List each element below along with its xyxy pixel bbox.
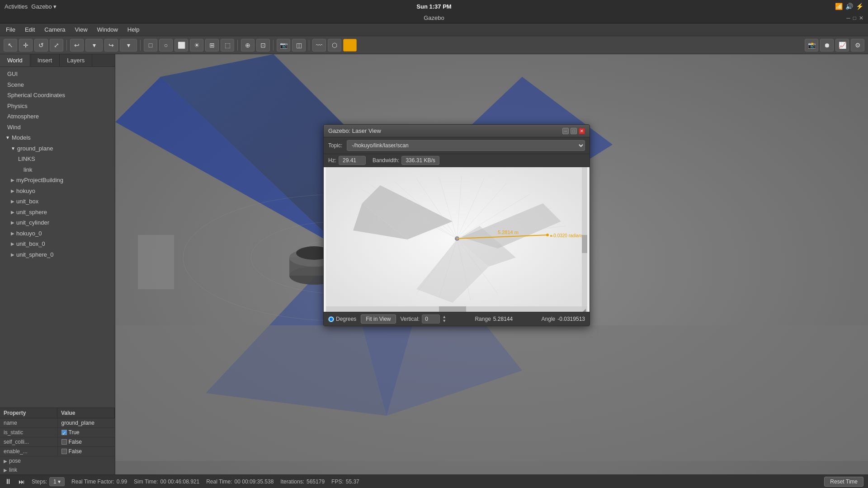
real-time-field: Real Time: 00 00:09:35.538 xyxy=(206,479,274,485)
tree-atmosphere[interactable]: Atmosphere xyxy=(0,111,115,122)
vertical-input[interactable] xyxy=(422,314,440,324)
step-btn[interactable]: ⏭ xyxy=(19,478,25,485)
laser-dialog-restore[interactable]: □ xyxy=(571,128,577,134)
select-box-btn[interactable]: ⬚ xyxy=(221,39,234,52)
sep3 xyxy=(237,40,238,51)
fit-in-view-btn[interactable]: Fit in View xyxy=(361,314,396,324)
vertical-down[interactable]: ▼ xyxy=(442,319,446,323)
pause-btn[interactable]: ⏸ xyxy=(5,478,12,486)
undo-btn[interactable]: ↩ xyxy=(70,39,84,52)
menu-camera[interactable]: Camera xyxy=(41,25,69,34)
fps-label: FPS: xyxy=(331,479,344,485)
align-btn[interactable]: ⊡ xyxy=(256,39,270,52)
orange-btn[interactable] xyxy=(343,39,357,52)
redo-dropdown[interactable]: ▾ xyxy=(120,39,137,52)
prop-val-selfcoll[interactable]: False xyxy=(58,437,115,446)
tree-models[interactable]: ▼Models xyxy=(0,132,115,143)
tree-physics[interactable]: Physics xyxy=(0,101,115,112)
graph-btn[interactable]: 📈 xyxy=(835,39,849,52)
angle-field: Angle -0.0319513 xyxy=(542,316,585,322)
menu-view[interactable]: View xyxy=(71,25,91,34)
tree-links[interactable]: LINKS xyxy=(0,154,115,164)
mesh-btn[interactable]: ⊞ xyxy=(205,39,219,52)
topic-dropdown[interactable]: -/hokuyo/link/laser/scan xyxy=(347,140,585,151)
screenshot-btn[interactable]: 📸 xyxy=(805,39,818,52)
degrees-radio-input[interactable] xyxy=(328,316,334,322)
cylinder-btn[interactable]: ⬜ xyxy=(175,39,188,52)
hok-arrow: ▶ xyxy=(11,188,14,194)
prop-val-enable[interactable]: False xyxy=(58,447,115,456)
tree-wind[interactable]: Wind xyxy=(0,122,115,133)
cloud-btn[interactable]: ⬡ xyxy=(328,39,341,52)
redo-btn[interactable]: ↪ xyxy=(104,39,118,52)
maximize-btn[interactable]: □ xyxy=(853,15,856,21)
undo-dropdown[interactable]: ▾ xyxy=(85,39,103,52)
close-btn[interactable]: ✕ xyxy=(859,15,863,21)
menu-edit[interactable]: Edit xyxy=(21,25,38,34)
tree-spherical[interactable]: Spherical Coordinates xyxy=(0,90,115,101)
is-static-label: True xyxy=(69,429,80,436)
tab-insert[interactable]: Insert xyxy=(30,54,60,66)
record-btn[interactable]: ⏺ xyxy=(820,39,834,52)
rtf-field: Real Time Factor: 0.99 xyxy=(71,479,127,485)
app-menu[interactable]: Gazebo ▾ xyxy=(31,3,57,10)
enable-checkbox[interactable] xyxy=(61,449,67,454)
topic-label: Topic: xyxy=(328,142,342,149)
clock: Sun 1:37 PM xyxy=(416,3,451,10)
self-coll-checkbox[interactable] xyxy=(61,439,67,445)
prop-val-name[interactable]: ground_plane xyxy=(58,418,115,427)
rtf-value: 0.99 xyxy=(117,479,127,485)
tree-ground-plane[interactable]: ▼ground_plane xyxy=(0,143,115,154)
rotate-tool[interactable]: ↺ xyxy=(34,39,48,52)
uc-arrow: ▶ xyxy=(11,219,14,226)
tree-link[interactable]: link xyxy=(0,164,115,175)
laser-dialog-minimize[interactable]: ─ xyxy=(562,128,569,134)
tree-gui[interactable]: GUI xyxy=(0,69,115,80)
sep2 xyxy=(140,40,141,51)
camera-btn[interactable]: 📷 xyxy=(277,39,290,52)
power-icon: ⚡ xyxy=(856,3,863,10)
tree-hokuyo-0[interactable]: ▶hokuyo_0 xyxy=(0,228,115,239)
menu-help[interactable]: Help xyxy=(124,25,143,34)
tree-scene[interactable]: Scene xyxy=(0,80,115,90)
ortho-btn[interactable]: ◫ xyxy=(292,39,306,52)
tree-unit-sphere-0[interactable]: ▶unit_sphere_0 xyxy=(0,249,115,260)
tree-unit-box[interactable]: ▶unit_box xyxy=(0,196,115,207)
ub-arrow: ▶ xyxy=(11,198,14,205)
wifi-icon: 📶 xyxy=(835,3,843,10)
tree-unit-cylinder[interactable]: ▶unit_cylinder xyxy=(0,217,115,228)
prop-val-isstatic[interactable]: ✓ True xyxy=(58,428,115,437)
settings-btn[interactable]: ⚙ xyxy=(851,39,864,52)
select-tool[interactable]: ↖ xyxy=(4,39,17,52)
snap-btn[interactable]: ⊕ xyxy=(241,39,255,52)
fps-field: FPS: 55.37 xyxy=(331,479,359,485)
sim-time-field: Sim Time: 00 00:46:08.921 xyxy=(134,479,199,485)
sphere-btn[interactable]: ○ xyxy=(159,39,173,52)
stats-btn[interactable]: 〰 xyxy=(312,39,326,52)
tree-mybuilding[interactable]: ▶myProjectBuilding xyxy=(0,175,115,186)
is-static-checkbox[interactable]: ✓ xyxy=(61,430,67,435)
menu-file[interactable]: File xyxy=(2,25,19,34)
vertical-label: Vertical: xyxy=(401,316,420,322)
minimize-btn[interactable]: ─ xyxy=(846,15,850,21)
scale-tool[interactable]: ⤢ xyxy=(50,39,63,52)
angle-value: -0.0319513 xyxy=(557,316,585,322)
light-btn[interactable]: ☀ xyxy=(190,39,203,52)
hz-field: Hz: 29.41 xyxy=(328,156,366,165)
prop-link[interactable]: ▶ link xyxy=(0,465,115,474)
tree-unit-box-0[interactable]: ▶unit_box_0 xyxy=(0,239,115,249)
3d-viewport[interactable]: Gazebo: Laser View ─ □ ✕ Topic: -/hokuyo… xyxy=(115,54,868,474)
tree-hokuyo[interactable]: ▶hokuyo xyxy=(0,186,115,197)
activities-btn[interactable]: Activities xyxy=(5,3,28,10)
tab-layers[interactable]: Layers xyxy=(60,54,92,66)
box-btn[interactable]: □ xyxy=(144,39,157,52)
reset-time-btn[interactable]: Reset Time xyxy=(824,477,863,487)
tab-world[interactable]: World xyxy=(0,54,30,66)
translate-tool[interactable]: ✛ xyxy=(19,39,33,52)
laser-dialog-titlebar: Gazebo: Laser View ─ □ ✕ xyxy=(324,125,590,137)
ub0-arrow: ▶ xyxy=(11,240,14,247)
tree-unit-sphere[interactable]: ▶unit_sphere xyxy=(0,207,115,218)
laser-dialog-close[interactable]: ✕ xyxy=(579,128,585,134)
menu-window[interactable]: Window xyxy=(94,25,122,34)
prop-pose[interactable]: ▶ pose xyxy=(0,456,115,465)
